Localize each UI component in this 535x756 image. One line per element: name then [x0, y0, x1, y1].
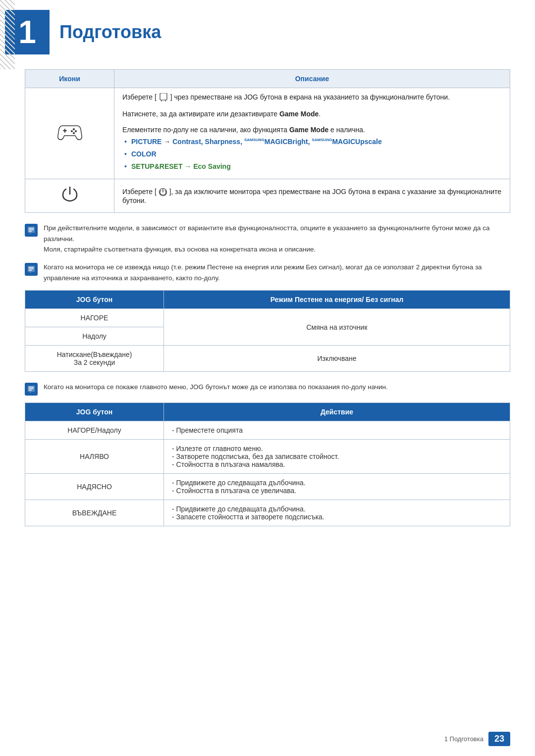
jog-row1-col1: НАГОРЕ: [25, 309, 164, 327]
description-col-header: Описание: [114, 70, 510, 88]
action-row2-col1: НАЛЯВО: [25, 440, 164, 474]
jog-row2-col1: Надолу: [25, 327, 164, 346]
bullet-item-2: COLOR: [122, 149, 502, 159]
gamepad-icon-cell: [25, 88, 114, 179]
table-row: ВЪВЕЖДАНЕ - Придвижете до следващата дъл…: [25, 500, 510, 526]
jog-row3-col2: Изключване: [164, 346, 510, 372]
power-description: Изберете [ ], за да изключите монитора ч…: [114, 179, 510, 213]
note-1: При действителните модели, в зависимост …: [25, 223, 510, 255]
desc-text-2: ] чрез преместване на JOG бутона в екран…: [170, 93, 450, 101]
action-col1-header: JOG бутон: [25, 403, 164, 421]
desc-text-3: Натиснете, за да активирате или дезактив…: [122, 110, 321, 118]
table-row: Изберете [ ], за да изключите монитора ч…: [25, 179, 510, 213]
table-row: Изберете [ ] чрез преместване на JOG бут…: [25, 88, 510, 179]
svg-point-4: [73, 132, 75, 134]
note-2-text: Когато на монитора не се извежда нищо (т…: [44, 262, 510, 283]
jog-row1-col2: Смяна на източник: [164, 309, 510, 346]
note-3-text: Когато на монитора се покаже главното ме…: [44, 382, 388, 393]
icons-col-header: Икони: [25, 70, 114, 88]
note-2: Когато на монитора не се извежда нищо (т…: [25, 262, 510, 283]
note-icon-1: [25, 224, 38, 237]
chapter-title: Подготовка: [59, 22, 161, 43]
action-row3-col1: НАДЯСНО: [25, 474, 164, 500]
jog-col1-header: JOG бутон: [25, 291, 164, 309]
note-3: Когато на монитора се покаже главното ме…: [25, 382, 510, 396]
svg-point-5: [71, 130, 73, 132]
jog-table-action: JOG бутон Действие НАГОРЕ/Надолу - Преме…: [25, 403, 510, 526]
note-1-text: При действителните модели, в зависимост …: [44, 223, 510, 255]
note-icon-2: [25, 263, 38, 276]
table-row: НАГОРЕ/Надолу - Преместете опцията: [25, 421, 510, 440]
action-row1-col2: - Преместете опцията: [164, 421, 510, 440]
action-row4-col1: ВЪВЕЖДАНЕ: [25, 500, 164, 526]
power-desc-text-2: ], за да изключите монитора чрез премест…: [122, 188, 501, 204]
footer-label: 1 Подготовка: [444, 735, 483, 743]
decorative-stripe: [0, 0, 15, 69]
action-row4-col2: - Придвижете до следващата дълбочина. - …: [164, 500, 510, 526]
bullet-item-3: SETUP&RESET → Eco Saving: [122, 161, 502, 172]
svg-rect-1: [63, 130, 67, 131]
jog-table-energy: JOG бутон Режим Пестене на енергия/ Без …: [25, 290, 510, 372]
bullet-item-1: PICTURE → Contrast, Sharpness, SAMSUNGMA…: [122, 137, 502, 147]
note-icon-3: [25, 383, 38, 396]
svg-point-2: [73, 128, 75, 130]
power-icon-cell: [25, 179, 114, 213]
desc-text-1: Изберете [: [122, 93, 157, 101]
svg-point-3: [75, 130, 77, 132]
desc-text-4: Елементите по-долу не са налични, ако фу…: [122, 126, 365, 134]
action-row2-col2: - Излезте от главното меню. - Затворете …: [164, 440, 510, 474]
icons-table: Икони Описание: [25, 69, 510, 213]
bullet-list: PICTURE → Contrast, Sharpness, SAMSUNGMA…: [122, 137, 502, 172]
table-row: НАГОРЕ Смяна на източник: [25, 309, 510, 327]
jog-row3-col1: Натискане(Въвеждане) За 2 секунди: [25, 346, 164, 372]
table-row: НАЛЯВО - Излезте от главното меню. - Зат…: [25, 440, 510, 474]
footer-page-number: 23: [488, 732, 510, 746]
jog-col2-header: Режим Пестене на енергия/ Без сигнал: [164, 291, 510, 309]
action-col2-header: Действие: [164, 403, 510, 421]
gamepad-description: Изберете [ ] чрез преместване на JOG бут…: [114, 88, 510, 179]
table-row: НАДЯСНО - Придвижете до следващата дълбо…: [25, 474, 510, 500]
footer: 1 Подготовка 23: [444, 732, 510, 746]
table-row: Натискане(Въвеждане) За 2 секунди Изключ…: [25, 346, 510, 372]
action-row3-col2: - Придвижете до следващата дълбочина. - …: [164, 474, 510, 500]
action-row1-col1: НАГОРЕ/Надолу: [25, 421, 164, 440]
power-desc-text-1: Изберете [: [122, 188, 157, 196]
